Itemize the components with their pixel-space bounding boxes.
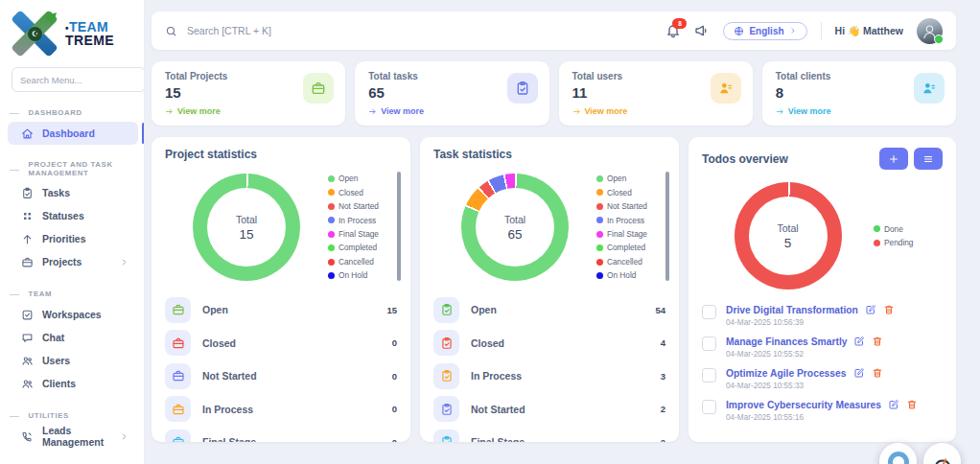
topbar: 8 English Hi 👋 Matthew xyxy=(152,12,956,50)
status-row: Not Started 0 xyxy=(165,360,397,393)
arrow-right-icon xyxy=(165,107,174,116)
todo-title[interactable]: Manage Finances Smartly xyxy=(726,336,847,347)
sidebar-item[interactable]: Tasks xyxy=(8,181,138,204)
todo-checkbox[interactable] xyxy=(702,400,716,414)
status-label: Final Stage xyxy=(202,436,381,442)
nav-section-label: —PROJECT AND TASK MANAGEMENT xyxy=(0,156,144,181)
status-iconbox xyxy=(433,330,459,356)
view-more-link[interactable]: View more xyxy=(776,106,943,116)
legend-scrollbar[interactable] xyxy=(397,172,401,281)
main-content: 8 English Hi 👋 Matthew Total Projects 15 xyxy=(152,12,956,442)
stat-card: Total Projects 15 View more xyxy=(152,61,345,126)
todo-checkbox[interactable] xyxy=(702,305,716,319)
todo-checkbox[interactable] xyxy=(702,368,716,383)
status-count: 0 xyxy=(392,337,397,348)
arrow-right-icon xyxy=(572,107,581,116)
trash-icon[interactable] xyxy=(883,304,895,315)
status-iconbox xyxy=(433,429,459,442)
legend-dot xyxy=(328,203,335,210)
todo-checkbox[interactable] xyxy=(702,336,716,351)
todo-title[interactable]: Optimize Agile Processes xyxy=(726,368,847,379)
sidebar-item[interactable]: Dashboard xyxy=(8,122,138,145)
status-count: 54 xyxy=(655,305,665,315)
status-label: In Process xyxy=(471,370,649,382)
sidebar-item[interactable]: Projects xyxy=(8,250,138,273)
status-row: In Process 3 xyxy=(433,360,665,393)
avatar[interactable] xyxy=(917,18,943,44)
gauge-widget-button[interactable] xyxy=(923,443,961,464)
edit-icon[interactable] xyxy=(888,399,899,410)
legend-scrollbar[interactable] xyxy=(665,172,669,281)
status-row: Not Started 2 xyxy=(433,393,665,427)
add-todo-button[interactable] xyxy=(879,148,908,170)
task-donut-chart: Total 65 xyxy=(461,174,569,281)
user-greeting: Hi 👋 Matthew xyxy=(835,25,903,37)
stat-card-icon xyxy=(922,81,937,96)
panel-title: Project statistics xyxy=(165,148,257,161)
announcements-button[interactable] xyxy=(694,23,710,38)
status-label: Open xyxy=(202,304,375,315)
edit-icon[interactable] xyxy=(853,367,865,379)
task-statistics-panel: Task statistics Total 65 OpenClosedNot S… xyxy=(420,137,679,442)
briefcase-icon xyxy=(172,303,185,316)
trash-icon[interactable] xyxy=(872,336,883,347)
chat-widget-button[interactable] xyxy=(879,443,917,464)
status-iconbox xyxy=(165,396,191,422)
brand-name: •TEAM TREME xyxy=(65,21,114,47)
legend-dot xyxy=(328,189,335,196)
stat-card-icon xyxy=(515,81,530,96)
view-more-link[interactable]: View more xyxy=(165,106,332,116)
todo-timestamp: 04-Mar-2025 10:55:52 xyxy=(726,350,943,359)
sidebar-item[interactable]: Clients xyxy=(8,372,138,395)
status-iconbox xyxy=(433,363,459,389)
chat-widget-icon xyxy=(888,452,909,464)
legend-item: On Hold xyxy=(596,268,660,282)
sidebar-item[interactable]: Chat xyxy=(8,326,138,349)
briefcase-icon xyxy=(172,435,185,442)
todo-list-button[interactable] xyxy=(914,148,943,170)
global-search xyxy=(165,24,665,37)
status-count: 2 xyxy=(661,437,665,442)
view-more-link[interactable]: View more xyxy=(572,106,739,116)
global-search-input[interactable] xyxy=(185,24,477,37)
sidebar-item[interactable]: Leads Management xyxy=(8,425,138,448)
sidebar-nav: —DASHBOARD Dashboard —PROJECT AND TASK M… xyxy=(0,104,144,448)
sidebar-item-icon xyxy=(21,256,34,268)
edit-icon[interactable] xyxy=(853,336,865,347)
todos-donut-chart: Total 5 xyxy=(735,182,842,290)
arrow-right-icon xyxy=(776,107,784,116)
status-iconbox xyxy=(433,297,459,323)
sidebar-search-input[interactable] xyxy=(12,67,145,92)
todo-item: Optimize Agile Processes 04-Mar-2025 10:… xyxy=(702,367,943,390)
trash-icon[interactable] xyxy=(872,367,883,379)
legend-dot xyxy=(596,272,603,279)
sidebar-item-label: Projects xyxy=(42,256,82,267)
legend-dot xyxy=(596,203,603,210)
sidebar-item-icon xyxy=(21,233,34,245)
logo-x-graphic: ☪ xyxy=(10,10,59,58)
donut-total-value: 15 xyxy=(239,227,253,242)
todo-title[interactable]: Drive Digital Transformation xyxy=(726,305,858,315)
trash-icon[interactable] xyxy=(906,399,918,410)
legend-item: Final Stage xyxy=(328,227,391,241)
divider xyxy=(821,22,822,39)
donut-center-label: Total xyxy=(504,214,525,225)
status-count: 4 xyxy=(661,337,665,348)
notifications-button[interactable]: 8 xyxy=(665,23,681,38)
sidebar-item[interactable]: Workspaces xyxy=(8,303,138,326)
todo-title[interactable]: Improve Cybersecurity Measures xyxy=(726,400,881,410)
sidebar-item-icon xyxy=(21,128,34,140)
sidebar-item[interactable]: Priorities xyxy=(8,227,138,250)
donut-total-value: 65 xyxy=(507,227,522,242)
sidebar-item[interactable]: Users xyxy=(8,349,138,372)
language-selector[interactable]: English xyxy=(723,22,806,40)
stat-card: Total clients 8 View more xyxy=(762,61,956,126)
sidebar-item[interactable]: Statuses xyxy=(8,204,138,227)
donut-center-label: Total xyxy=(236,214,257,225)
floating-widgets xyxy=(879,443,961,464)
status-label: Open xyxy=(471,304,643,315)
legend-item: Open xyxy=(328,172,391,185)
view-more-link[interactable]: View more xyxy=(368,106,535,116)
legend-dot xyxy=(596,217,603,223)
edit-icon[interactable] xyxy=(865,304,876,315)
